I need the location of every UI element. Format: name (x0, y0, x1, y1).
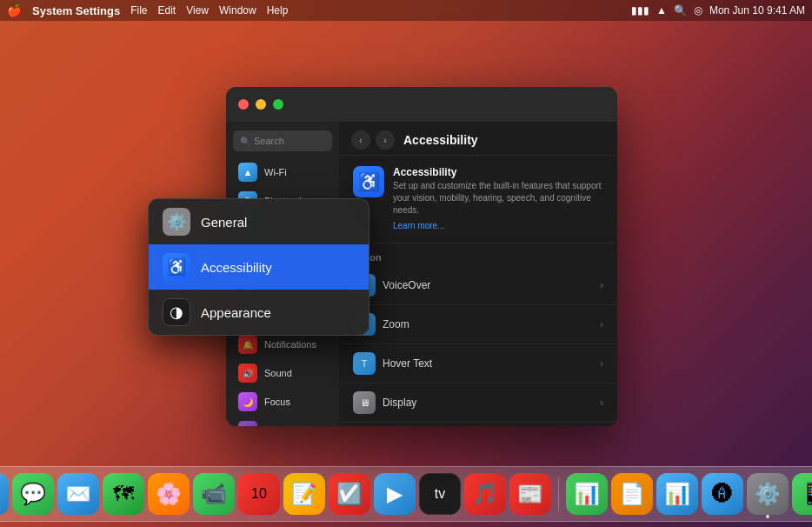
photos-icon: 🌸 (156, 482, 182, 506)
accessibility-label: Accessibility (201, 260, 272, 275)
dock-item-calendar[interactable]: 10 (238, 473, 280, 515)
voiceover-row[interactable]: ◎ VoiceOver › (339, 266, 617, 305)
dock-item-appstore[interactable]: 🅐 (702, 473, 743, 515)
minimize-button[interactable] (256, 99, 266, 110)
screentime-icon: ⏱ (238, 421, 257, 426)
dock-item-messages[interactable]: 💬 (12, 473, 54, 515)
appearance-icon: ◑ (163, 298, 190, 326)
numbers-icon: 📊 (574, 482, 600, 506)
voiceover-chevron: › (600, 279, 603, 291)
app-name[interactable]: System Settings (32, 4, 120, 17)
search-icon: 🔍 (240, 137, 250, 146)
hero-title: Accessibility (393, 166, 603, 178)
hovertext-row[interactable]: T Hover Text › (339, 344, 617, 384)
quicktime-icon: ▶ (387, 482, 403, 506)
zoom-label: Zoom (383, 318, 409, 330)
learn-more-link[interactable]: Learn more... (393, 221, 444, 230)
general-label: General (201, 215, 247, 230)
display-icon: 🖥 (353, 391, 376, 414)
display-left: 🖥 Display (353, 391, 416, 414)
apple-menu[interactable]: 🍎 (7, 3, 22, 17)
music-icon: 🎵 (472, 482, 498, 506)
spokencontent-row[interactable]: 🔊 Spoken Content › (339, 423, 617, 426)
sidebar-item-focus[interactable]: 🌙 Focus (230, 388, 336, 416)
menubar-help[interactable]: Help (267, 4, 289, 17)
sidebar-item-wifi[interactable]: ▲ Wi-Fi (230, 158, 336, 186)
settings-icon: ⚙️ (755, 482, 781, 506)
autocomplete-item-appearance[interactable]: ◑ Appearance (149, 290, 369, 335)
dock-item-quicktime[interactable]: ▶ (374, 473, 416, 515)
vision-section-header: Vision (339, 243, 617, 266)
menubar-left: 🍎 System Settings File Edit View Window … (7, 3, 288, 17)
dock-separator (558, 477, 559, 511)
calendar-icon: 10 (251, 486, 267, 502)
content-area: ‹ › Accessibility ♿ Accessibility Set up… (339, 122, 617, 426)
sidebar-search[interactable]: 🔍 Search (233, 130, 332, 151)
hero-description: Set up and customize the built-in featur… (393, 180, 603, 217)
sidebar-label-sound: Sound (264, 368, 292, 378)
dock-item-appletv[interactable]: tv (419, 473, 461, 515)
hovertext-label: Hover Text (383, 357, 432, 370)
accessibility-description: Accessibility Set up and customize the b… (393, 166, 603, 232)
menubar-view[interactable]: View (186, 4, 209, 17)
accessibility-symbol: ♿ (358, 171, 380, 192)
display-chevron: › (600, 397, 603, 409)
dock-item-reminders[interactable]: ☑️ (329, 473, 370, 515)
back-button[interactable]: ‹ (351, 130, 370, 150)
dock-item-photos[interactable]: 🌸 (148, 473, 190, 515)
sidebar-label-wifi: Wi-Fi (264, 167, 287, 177)
search-placeholder: Search (254, 136, 284, 146)
settings-dot (766, 515, 769, 518)
display-row[interactable]: 🖥 Display › (339, 384, 617, 423)
dock-item-mail[interactable]: ✉️ (57, 473, 99, 515)
sidebar-item-screentime[interactable]: ⏱ Screen Time (230, 417, 336, 426)
menubar: 🍎 System Settings File Edit View Window … (0, 0, 812, 21)
accessibility-autocomplete-icon: ♿ (163, 253, 190, 281)
facetime-icon: 📹 (201, 482, 227, 506)
content-header: ‹ › Accessibility (339, 122, 617, 156)
zoom-row[interactable]: 🔍 Zoom › (339, 305, 617, 344)
maximize-button[interactable] (273, 99, 283, 110)
battery-icon: ▮▮▮ (631, 4, 649, 17)
dock-item-numbers[interactable]: 📊 (566, 473, 608, 515)
phone-icon: 📱 (800, 482, 812, 506)
notes-icon: 📝 (291, 482, 317, 506)
dock-item-maps[interactable]: 🗺 (103, 473, 144, 515)
autocomplete-item-general[interactable]: ⚙️ General (149, 199, 369, 244)
keynote-icon: 📊 (664, 482, 690, 506)
autocomplete-item-accessibility[interactable]: ♿ Accessibility (149, 244, 369, 290)
news-icon: 📰 (517, 482, 543, 506)
dock-item-phone[interactable]: 📱 (792, 473, 812, 515)
reminders-icon: ☑️ (336, 482, 363, 506)
forward-button[interactable]: › (376, 130, 395, 150)
wifi-icon: ▲ (238, 163, 257, 182)
maps-icon: 🗺 (113, 482, 134, 506)
general-icon: ⚙️ (163, 208, 190, 236)
dock-item-facetime[interactable]: 📹 (193, 473, 235, 515)
hovertext-chevron: › (600, 357, 603, 370)
dock-item-settings[interactable]: ⚙️ (747, 473, 789, 515)
menubar-window[interactable]: Window (219, 4, 256, 17)
accessibility-hero: ♿ Accessibility Set up and customize the… (339, 156, 617, 243)
sidebar-label-screentime: Screen Time (264, 425, 318, 426)
dock-item-pages[interactable]: 📄 (611, 473, 653, 515)
menubar-file[interactable]: File (130, 4, 147, 17)
menubar-right: ▮▮▮ ▲ 🔍 ◎ Mon Jun 10 9:41 AM (631, 4, 805, 17)
search-icon[interactable]: 🔍 (674, 4, 687, 17)
dock-item-safari[interactable]: 🧭 (0, 473, 9, 515)
hovertext-icon: T (353, 352, 376, 375)
dock-item-music[interactable]: 🎵 (464, 473, 506, 515)
autocomplete-popup: ⚙️ General ♿ Accessibility ◑ Appearance (148, 198, 369, 336)
zoom-chevron: › (600, 318, 603, 330)
appstore-icon: 🅐 (712, 482, 733, 506)
menubar-edit[interactable]: Edit (158, 4, 176, 17)
close-button[interactable] (238, 99, 249, 110)
appearance-label: Appearance (201, 305, 271, 320)
dock-item-notes[interactable]: 📝 (283, 473, 325, 515)
dock-item-keynote[interactable]: 📊 (656, 473, 698, 515)
siri-icon[interactable]: ◎ (694, 4, 702, 17)
dock-item-news[interactable]: 📰 (509, 473, 551, 515)
mail-icon: ✉️ (65, 482, 91, 506)
sidebar-item-sound[interactable]: 🔊 Sound (230, 359, 336, 387)
accessibility-icon: ♿ (353, 166, 384, 197)
